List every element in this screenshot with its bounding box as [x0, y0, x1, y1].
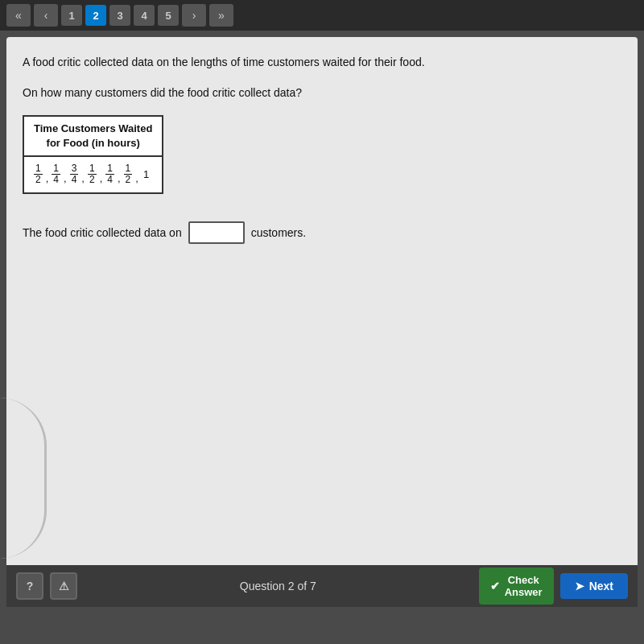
warning-button[interactable]: ⚠ — [50, 572, 77, 600]
help-button[interactable]: ? — [16, 572, 43, 600]
page-3-button[interactable]: 3 — [109, 5, 130, 26]
page-4-button[interactable]: 4 — [134, 5, 155, 26]
fill-in-prefix: The food critic collected data on — [23, 226, 182, 239]
question-prompt: On how many customers did the food criti… — [23, 84, 621, 101]
rewind-button[interactable]: « — [6, 4, 31, 27]
fraction-6: 1 2 — [124, 163, 133, 185]
fraction-4: 1 2 — [88, 163, 97, 185]
checkmark-icon: ✔ — [490, 580, 500, 592]
question-intro: A food critic collected data on the leng… — [23, 53, 621, 71]
table-header: Time Customers Waited for Food (in hours… — [24, 117, 162, 157]
check-answer-button[interactable]: ✔ CheckAnswer — [479, 568, 554, 605]
bottom-bar: ? ⚠ Question 2 of 7 ✔ CheckAnswer ➤ Next — [6, 565, 638, 607]
fraction-2: 1 4 — [52, 163, 60, 185]
main-content: A food critic collected data on the leng… — [6, 37, 638, 607]
fraction-1: 1 2 — [34, 163, 43, 185]
top-navigation: « ‹ 1 2 3 4 5 › » — [0, 0, 644, 31]
fast-forward-button[interactable]: » — [209, 4, 233, 27]
question-counter: Question 2 of 7 — [84, 580, 473, 592]
check-answer-label: CheckAnswer — [505, 574, 543, 598]
value-1: 1 — [143, 168, 149, 180]
fill-in-line: The food critic collected data on custom… — [23, 221, 621, 244]
page-2-button[interactable]: 2 — [85, 5, 106, 26]
fraction-3: 3 4 — [70, 163, 79, 185]
next-label: Next — [589, 580, 613, 592]
answer-input[interactable] — [188, 221, 245, 244]
next-button[interactable]: ➤ Next — [560, 573, 628, 599]
prev-button[interactable]: ‹ — [34, 4, 58, 27]
data-table: Time Customers Waited for Food (in hours… — [23, 115, 163, 194]
fill-in-suffix: customers. — [251, 226, 306, 239]
forward-button[interactable]: › — [182, 4, 206, 27]
decorative-arc — [0, 398, 47, 559]
page-5-button[interactable]: 5 — [158, 5, 179, 26]
table-data-row: 1 2 , 1 4 , 3 4 , 1 2 , — [24, 157, 162, 192]
fraction-5: 1 4 — [105, 163, 114, 185]
page-1-button[interactable]: 1 — [61, 5, 82, 26]
arrow-right-icon: ➤ — [575, 580, 584, 592]
